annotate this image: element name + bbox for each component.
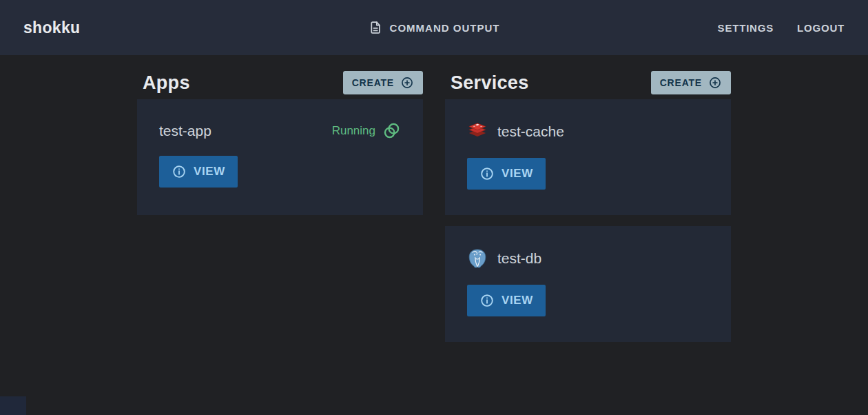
app-card-header-row: test-app Running [159, 121, 401, 140]
apps-section-head: Apps CREATE [137, 71, 423, 94]
service-card-header-row: test-db [467, 248, 709, 269]
services-section: Services CREATE [445, 71, 731, 353]
file-text-icon [369, 21, 383, 35]
view-app-button[interactable]: VIEW [159, 156, 238, 188]
nav-settings[interactable]: SETTINGS [718, 22, 774, 34]
app-status-label: Running [332, 124, 375, 138]
info-circle-icon [479, 293, 495, 308]
app-logo[interactable]: shokku [23, 19, 80, 37]
top-nav-bar: shokku COMMAND OUTPUT SETTINGS LOGOUT [0, 0, 868, 55]
app-card-test-app: test-app Running [137, 99, 423, 215]
view-service-button-label: VIEW [502, 167, 533, 181]
plus-circle-icon [400, 76, 414, 90]
nav-right: SETTINGS LOGOUT [718, 22, 845, 34]
app-name: test-app [159, 123, 211, 139]
rings-icon [382, 121, 401, 140]
create-app-button-label: CREATE [352, 77, 394, 88]
view-service-button[interactable]: VIEW [467, 285, 546, 316]
view-service-button-label: VIEW [502, 294, 533, 307]
nav-logout[interactable]: LOGOUT [797, 22, 845, 34]
service-card-test-db: test-db VIEW [445, 226, 731, 342]
service-name-group: test-db [467, 248, 541, 269]
app-status: Running [332, 121, 401, 140]
service-card-header-row: test-cache [467, 121, 709, 142]
apps-section: Apps CREATE test-app Running [137, 71, 423, 226]
apps-title: Apps [143, 72, 190, 94]
create-service-button-label: CREATE [660, 77, 702, 88]
info-circle-icon [479, 166, 495, 181]
service-name: test-cache [497, 123, 564, 140]
nav-command-output[interactable]: COMMAND OUTPUT [369, 21, 500, 35]
nav-command-output-label: COMMAND OUTPUT [390, 22, 500, 34]
info-circle-icon [172, 164, 187, 179]
service-card-test-cache: test-cache VIEW [445, 99, 731, 215]
create-service-button[interactable]: CREATE [651, 71, 731, 94]
create-app-button[interactable]: CREATE [343, 71, 423, 94]
services-section-head: Services CREATE [445, 71, 731, 94]
view-app-button-label: VIEW [194, 165, 225, 179]
plus-circle-icon [708, 76, 722, 90]
service-name: test-db [497, 250, 541, 267]
view-service-button[interactable]: VIEW [467, 158, 546, 190]
main-content: Apps CREATE test-app Running [137, 71, 731, 353]
redis-logo-icon [467, 121, 488, 142]
service-name-group: test-cache [467, 121, 564, 142]
footer-fragment [0, 396, 26, 415]
services-title: Services [451, 72, 529, 94]
postgresql-logo-icon [467, 248, 488, 269]
